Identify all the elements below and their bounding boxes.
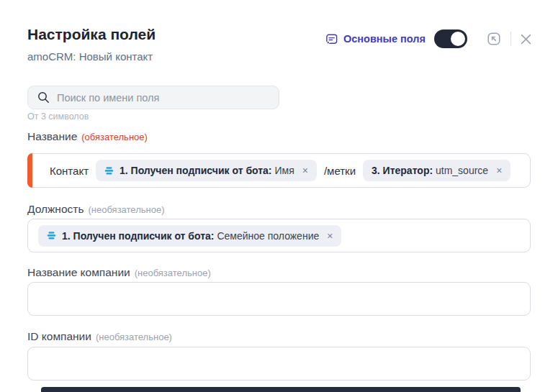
field-label-company-name: Название компании(необязательное) bbox=[27, 266, 211, 279]
basic-fields-button[interactable]: Основные поля bbox=[325, 32, 426, 46]
bot-icon bbox=[104, 166, 114, 176]
chip-remove-icon[interactable]: × bbox=[302, 165, 308, 176]
header-actions: Основные поля bbox=[325, 29, 532, 49]
required-note: (обязательное) bbox=[81, 132, 148, 142]
optional-note: (необязательное) bbox=[135, 268, 211, 278]
field-label-company-id: ID компании(необязательное) bbox=[27, 330, 172, 343]
chip-value: Имя bbox=[274, 165, 294, 176]
header-divider bbox=[510, 32, 511, 46]
page-title: Настройка полей bbox=[27, 26, 156, 43]
search-hint: От 3 символов bbox=[27, 111, 89, 122]
page-subtitle: amoCRM: Новый контакт bbox=[27, 50, 153, 63]
chip-value: utm_source bbox=[436, 165, 488, 176]
label-text: Название bbox=[27, 130, 77, 142]
input-static-text: Контакт bbox=[50, 165, 89, 177]
chip-source: 1. Получен подписчик от бота: bbox=[62, 230, 215, 242]
field-label-position: Должность(необязательное) bbox=[27, 203, 164, 216]
chip-value: Семейное положение bbox=[217, 230, 319, 242]
bot-icon bbox=[47, 231, 56, 240]
variable-chip[interactable]: 1. Получен подписчик от бота: Имя × bbox=[96, 160, 317, 181]
optional-note: (необязательное) bbox=[96, 332, 172, 342]
chip-source: 3. Итератор: bbox=[372, 165, 433, 176]
label-text: Название компании bbox=[27, 266, 130, 278]
close-button[interactable] bbox=[520, 33, 532, 45]
search-box bbox=[27, 86, 279, 109]
basic-fields-toggle[interactable] bbox=[434, 29, 467, 48]
variable-chip[interactable]: 3. Итератор: utm_source × bbox=[363, 160, 510, 181]
field-input-company-id[interactable] bbox=[27, 347, 531, 380]
optional-note: (необязательное) bbox=[88, 204, 164, 215]
search-icon bbox=[37, 91, 50, 104]
chip-source: 1. Получен подписчик от бота: bbox=[120, 165, 272, 176]
label-text: ID компании bbox=[27, 330, 91, 342]
chip-remove-icon[interactable]: × bbox=[327, 230, 333, 242]
document-sparkle-icon bbox=[325, 32, 338, 46]
field-settings-panel: Настройка полей amoCRM: Новый контакт Ос… bbox=[0, 0, 558, 392]
orange-accent-bar bbox=[27, 153, 32, 188]
chip-remove-icon[interactable]: × bbox=[496, 165, 502, 176]
arrow-up-left-box-icon bbox=[486, 31, 502, 47]
field-input-name[interactable]: Контакт 1. Получен подписчик от бота: Им… bbox=[27, 153, 531, 188]
field-label-name: Название(обязательное) bbox=[27, 130, 148, 143]
close-icon bbox=[520, 33, 532, 45]
field-input-position[interactable]: 1. Получен подписчик от бота: Семейное п… bbox=[27, 219, 531, 252]
label-text: Должность bbox=[27, 203, 84, 215]
bottom-panel-edge bbox=[41, 387, 521, 392]
open-in-window-button[interactable] bbox=[486, 31, 502, 47]
toggle-knob bbox=[451, 32, 465, 46]
variable-chip[interactable]: 1. Получен подписчик от бота: Семейное п… bbox=[38, 225, 341, 247]
basic-fields-label: Основные поля bbox=[343, 33, 426, 45]
search-input[interactable] bbox=[50, 92, 279, 104]
field-input-company-name[interactable] bbox=[27, 282, 531, 316]
input-static-text: /метки bbox=[324, 165, 356, 177]
